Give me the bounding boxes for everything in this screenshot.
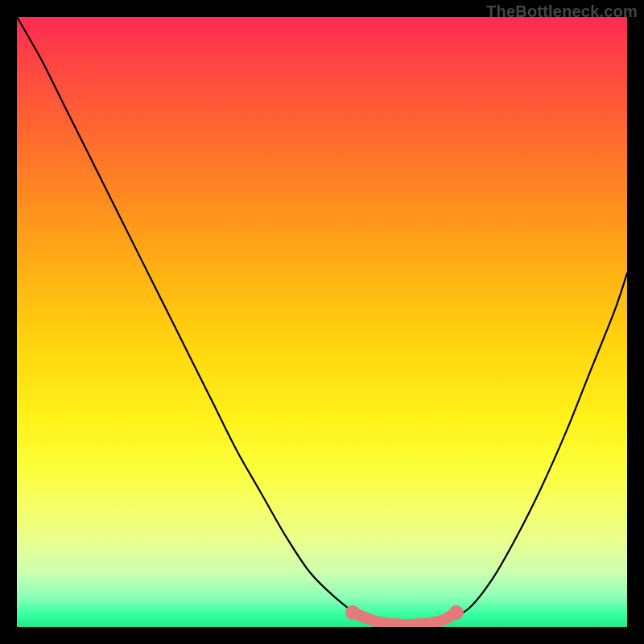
plot-area xyxy=(17,17,627,627)
highlight-dot-left xyxy=(345,605,360,620)
chart-container: TheBottleneck.com xyxy=(0,0,644,644)
highlight-line xyxy=(353,613,456,625)
chart-svg xyxy=(17,17,627,627)
highlight-dot-right xyxy=(449,605,464,620)
curve-line xyxy=(17,17,627,625)
